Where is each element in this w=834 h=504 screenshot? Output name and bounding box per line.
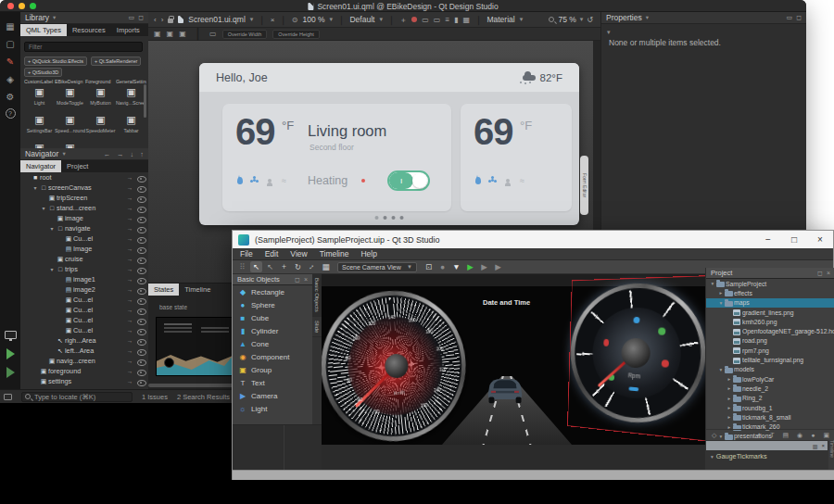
basic-object-item[interactable]: ● Sphere — [233, 298, 312, 311]
rename-icon[interactable]: ◇ — [712, 432, 716, 439]
library-component[interactable]: ▣ — [55, 140, 85, 148]
help-button[interactable]: ? — [0, 105, 20, 121]
panel-menu-icon[interactable]: ▾ — [646, 14, 649, 21]
basic-object-item[interactable]: ◆ Rectangle — [233, 285, 312, 298]
export-icon[interactable]: → — [124, 276, 135, 283]
basic-object-item[interactable]: ▶ Camera — [233, 389, 312, 402]
navigator-tree-item[interactable]: foreground → — [20, 366, 148, 376]
project-tree-item[interactable]: gradient_lines.png — [706, 308, 834, 317]
visibility-eye-icon[interactable] — [135, 327, 148, 334]
float-panel-icon[interactable]: ◻ — [295, 276, 300, 284]
navigator-tree-item[interactable]: ▾ navigate → — [20, 223, 148, 233]
project-tree-item[interactable]: rpm7.png — [706, 346, 834, 355]
visibility-eye-icon[interactable] — [135, 317, 148, 324]
tool-button-translate[interactable]: + — [278, 261, 290, 272]
visibility-eye-icon[interactable] — [135, 246, 148, 253]
select-root-icon[interactable]: ▣ — [179, 30, 186, 38]
library-component[interactable]: ▣ Speed...round — [55, 112, 85, 140]
override-width-field[interactable]: Override Width — [222, 30, 268, 39]
tool-button-scale[interactable]: ↕ — [304, 258, 321, 275]
back-icon[interactable]: ‹ — [154, 16, 157, 24]
export-icon[interactable]: → — [124, 266, 135, 272]
visibility-eye-icon[interactable] — [135, 205, 148, 212]
tool-button-rewind[interactable]: ▶ — [478, 261, 490, 272]
select-item-icon[interactable]: ▣ — [167, 30, 174, 38]
navigator-tree-item[interactable]: tripScreen → — [20, 193, 148, 203]
chevron-down-icon[interactable]: ▾ — [330, 16, 334, 23]
states-tab[interactable]: States — [148, 284, 179, 296]
bounds-alt-icon[interactable]: ▭ — [434, 16, 441, 24]
material-icon[interactable]: ◉ — [797, 432, 802, 439]
tool-button-rotate[interactable]: ↻ — [292, 261, 304, 272]
expand-arrow-icon[interactable]: ▸ — [726, 396, 733, 401]
basic-object-item[interactable]: ▮ Cylinder — [233, 324, 312, 337]
navigator-tree-item[interactable]: navig...creen → — [20, 356, 148, 366]
visibility-icon[interactable]: ⊙ — [292, 16, 298, 24]
export-icon[interactable]: → — [124, 174, 135, 181]
material-select[interactable]: Material — [486, 15, 514, 24]
presence-icon[interactable] — [503, 176, 512, 184]
export-icon[interactable]: → — [124, 215, 135, 221]
navigator-tree-item[interactable]: ▾ screenCanvas → — [20, 183, 148, 193]
tool-button-play[interactable]: ▶ — [464, 261, 476, 272]
toggle-knob[interactable] — [412, 173, 427, 188]
expand-arrow-icon[interactable]: ▾ — [32, 184, 39, 191]
navigator-tree-item[interactable]: Cu...el → — [20, 315, 148, 325]
macos-close-button[interactable] — [7, 3, 14, 9]
export-icon[interactable]: → — [124, 358, 135, 364]
visibility-eye-icon[interactable] — [135, 368, 148, 375]
project-tree-item[interactable]: ▸ needle_2 — [706, 384, 834, 393]
expand-arrow-icon[interactable]: ▾ — [709, 281, 716, 286]
project-tree-item[interactable]: ▾ models — [706, 365, 834, 374]
close-icon[interactable]: × — [821, 443, 825, 448]
library-tab[interactable]: QML Types — [20, 24, 67, 36]
menu-item[interactable]: Edit — [265, 249, 279, 258]
bounds-icon[interactable]: ▭ — [422, 16, 429, 24]
navigator-tree-item[interactable]: ▾ stand...creen → — [20, 203, 148, 213]
export-icon[interactable]: → — [124, 327, 135, 334]
distribute-icon[interactable]: ▮ — [454, 16, 458, 24]
timeline-filter-bar[interactable]: ▥ × — [706, 441, 828, 450]
navigator-tree-item[interactable]: image1 → — [20, 274, 148, 284]
states-hscrollbar[interactable] — [148, 384, 237, 387]
project-tree-item[interactable]: OpenfootageNET_garage-512.hdr — [706, 326, 834, 335]
float-panel-icon[interactable]: ◻ — [817, 270, 823, 277]
chevron-down-icon[interactable]: ▾ — [607, 29, 611, 36]
override-height-field[interactable]: Override Height — [272, 30, 320, 39]
library-component[interactable]: ▣ Light — [24, 84, 55, 112]
library-component[interactable]: ▣ MyButton — [85, 84, 116, 112]
navigator-tree-item[interactable]: Cu...el → — [20, 305, 148, 315]
tool-button-drag-handle[interactable]: ⠿ — [236, 261, 248, 272]
export-icon[interactable]: → — [124, 205, 135, 211]
export-icon[interactable]: → — [124, 184, 135, 191]
mode-indicator-icon[interactable] — [4, 394, 12, 400]
project-tree-item[interactable]: ▸ effects — [706, 288, 834, 297]
visibility-eye-icon[interactable] — [135, 286, 148, 294]
basic-object-item[interactable]: ▲ Cone — [233, 337, 312, 350]
project-tree-item[interactable]: ▾ SampleProject — [706, 279, 834, 288]
visibility-eye-icon[interactable] — [135, 235, 148, 243]
tool-button-local-global[interactable]: ▦ — [320, 261, 332, 272]
export-icon[interactable]: → — [124, 235, 135, 242]
lock-icon[interactable] — [168, 19, 173, 23]
move-tool-icon[interactable]: ＋ — [399, 15, 407, 25]
basic-object-item[interactable]: T Text — [233, 376, 312, 389]
expand-arrow-icon[interactable]: ▸ — [717, 290, 725, 296]
output-pane-button[interactable]: 2 Search Results — [177, 393, 230, 401]
water-drop-icon[interactable] — [235, 176, 244, 184]
menu-item[interactable]: Timeline — [320, 249, 349, 258]
add-import-button[interactable]: + QtQuick.Studio.Effects — [24, 57, 87, 66]
tool-button-fast-forward[interactable]: ▶ — [492, 261, 504, 272]
add-import-button[interactable]: + Qt.SafeRenderer — [91, 57, 141, 66]
tool-button-fit-selected[interactable]: ⊡ — [423, 261, 435, 272]
navigator-tree-item[interactable]: Cu...el → — [20, 325, 148, 335]
navigator-tree-item[interactable]: left...Area → — [20, 346, 148, 356]
mode-button-edit[interactable]: ▢ — [0, 35, 20, 52]
zoom-level-select[interactable]: 100 % — [302, 15, 324, 24]
expand-arrow-icon[interactable]: ▾ — [40, 205, 47, 211]
move-down-icon[interactable]: ↓ — [131, 150, 134, 158]
screen-icon[interactable]: ▭ — [209, 30, 217, 38]
heat-waves-icon[interactable]: ≈ — [518, 176, 526, 184]
split-panel-icon[interactable]: ▭ — [129, 14, 135, 21]
close-icon[interactable]: × — [304, 276, 308, 284]
